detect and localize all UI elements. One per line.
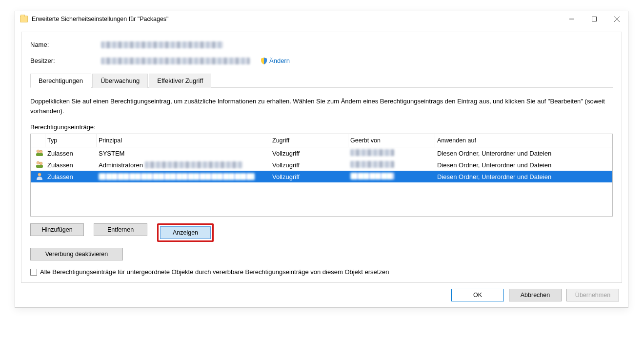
table-row[interactable]: ZulassenSYSTEMVollzugriffDiesen Ordner, … [31, 147, 612, 159]
svg-point-5 [40, 150, 42, 153]
tabs: Berechtigungen Überwachung Effektiver Zu… [30, 73, 613, 88]
remove-button[interactable]: Entfernen [94, 223, 147, 236]
content-frame: Name: Besitzer: Ändern Berechtigungen Üb… [21, 32, 622, 283]
replace-entries-checkbox[interactable] [30, 269, 37, 276]
replace-entries-checkbox-row[interactable]: Alle Berechtigungseinträge für untergeor… [30, 268, 613, 276]
cell-principal: SYSTEM [97, 150, 270, 157]
shield-icon [261, 58, 267, 64]
replace-entries-label: Alle Berechtigungseinträge für untergeor… [40, 268, 389, 276]
window-controls [561, 11, 628, 27]
cell-access: Vollzugriff [270, 150, 348, 157]
svg-point-7 [37, 161, 40, 164]
apply-button: Übernehmen [566, 289, 619, 301]
cell-inherited [348, 161, 435, 169]
svg-rect-6 [36, 153, 43, 156]
name-label: Name: [30, 41, 101, 48]
redacted-text [350, 173, 394, 179]
disable-inheritance-button[interactable]: Vererbung deaktivieren [30, 248, 123, 260]
maximize-button[interactable] [583, 11, 605, 27]
col-principal[interactable]: Prinzipal [97, 134, 270, 147]
minimize-button[interactable] [561, 11, 583, 27]
owner-value-redacted [101, 58, 250, 64]
change-owner-link[interactable]: Ändern [261, 57, 290, 64]
cell-access: Vollzugriff [270, 173, 348, 180]
view-button-highlight: Anzeigen [157, 223, 214, 242]
view-button[interactable]: Anzeigen [160, 226, 211, 239]
cell-access: Vollzugriff [270, 161, 348, 169]
permission-entries-label: Berechtigungseinträge: [30, 123, 613, 131]
cell-type: Zulassen [45, 161, 97, 169]
cell-applies: Diesen Ordner, Unterordner und Dateien [435, 150, 612, 157]
user-icon [36, 174, 43, 181]
col-applies[interactable]: Anwenden auf [435, 134, 612, 147]
close-button[interactable] [605, 11, 628, 27]
svg-rect-1 [592, 17, 597, 21]
advanced-security-window: Erweiterte Sicherheitseinstellungen für … [15, 11, 628, 308]
col-inherited[interactable]: Geerbt von [348, 134, 435, 147]
group-icon [36, 162, 43, 170]
table-row[interactable]: ZulassenAdministratorenVollzugriffDiesen… [31, 159, 612, 171]
cell-principal [97, 173, 270, 180]
add-button[interactable]: Hinzufügen [30, 223, 84, 236]
tab-effective-access[interactable]: Effektiver Zugriff [149, 74, 211, 88]
redacted-text [99, 173, 255, 180]
cell-inherited [348, 173, 435, 181]
cell-inherited [348, 149, 435, 158]
col-type[interactable]: Typ [45, 134, 97, 147]
list-header: Typ Prinzipal Zugriff Geerbt von Anwende… [31, 134, 612, 147]
cell-principal: Administratoren [97, 161, 270, 169]
cell-type: Zulassen [45, 150, 97, 157]
titlebar: Erweiterte Sicherheitseinstellungen für … [15, 11, 628, 27]
name-value-redacted [101, 41, 223, 48]
table-row[interactable]: ZulassenVollzugriffDiesen Ordner, Untero… [31, 171, 612, 182]
tab-permissions[interactable]: Berechtigungen [30, 74, 91, 88]
svg-point-8 [40, 162, 42, 165]
col-access[interactable]: Zugriff [270, 134, 348, 147]
owner-label: Besitzer: [30, 57, 101, 64]
cancel-button[interactable]: Abbrechen [509, 289, 562, 301]
instructions-text: Doppelklicken Sie auf einen Berechtigung… [30, 97, 613, 116]
svg-point-10 [38, 173, 41, 176]
svg-point-4 [37, 150, 40, 153]
dialog-footer: OK Abbrechen Übernehmen [21, 289, 622, 301]
group-icon [36, 151, 43, 158]
redacted-text [350, 161, 394, 168]
redacted-text [145, 161, 242, 168]
window-title: Erweiterte Sicherheitseinstellungen für … [32, 16, 169, 22]
cell-applies: Diesen Ordner, Unterordner und Dateien [435, 161, 612, 169]
tab-auditing[interactable]: Überwachung [92, 74, 148, 88]
permission-entries-list[interactable]: Typ Prinzipal Zugriff Geerbt von Anwende… [30, 134, 613, 217]
folder-icon [20, 16, 28, 22]
redacted-text [350, 149, 394, 156]
ok-button[interactable]: OK [451, 289, 504, 301]
change-owner-text: Ändern [269, 57, 290, 64]
svg-rect-9 [36, 165, 43, 168]
cell-applies: Diesen Ordner, Unterordner und Dateien [435, 173, 612, 180]
cell-type: Zulassen [45, 173, 97, 180]
